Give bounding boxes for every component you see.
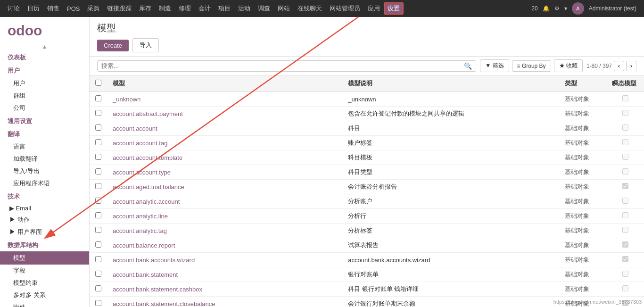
row-checkbox[interactable] bbox=[95, 110, 101, 116]
cell-description: 科目类型 bbox=[342, 165, 559, 180]
row-checkbox[interactable] bbox=[95, 95, 101, 101]
row-checkbox[interactable] bbox=[95, 154, 101, 160]
sidebar-item-dashboard[interactable]: 仪表板 bbox=[0, 51, 89, 64]
nav-item-链接跟踪[interactable]: 链接跟踪 bbox=[103, 2, 135, 15]
col-header-model[interactable]: 模型 bbox=[107, 75, 342, 92]
cell-description: 试算表报告 bbox=[342, 238, 559, 253]
cell-type: 基础对象 bbox=[559, 282, 606, 297]
cell-transient bbox=[606, 267, 644, 282]
nav-item-会计[interactable]: 会计 bbox=[195, 2, 215, 15]
sidebar-item-attachments[interactable]: 附件 bbox=[0, 301, 89, 307]
row-checkbox[interactable] bbox=[95, 183, 101, 189]
models-table: 模型 模型说明 类型 瞬态模型 _unknown_unknown基础对象acco… bbox=[90, 75, 644, 307]
table-row[interactable]: account.balance.report试算表报告基础对象 bbox=[90, 238, 644, 253]
nav-item-销售[interactable]: 销售 bbox=[43, 2, 63, 15]
odoo-logo: odoo bbox=[8, 23, 42, 38]
nav-item-调查[interactable]: 调查 bbox=[254, 2, 274, 15]
avatar[interactable]: A bbox=[572, 2, 584, 15]
col-header-transient: 瞬态模型 bbox=[606, 75, 644, 92]
cell-model-name: account.bank.statement bbox=[107, 267, 342, 282]
sidebar-item-model-constraints[interactable]: 模型约束 bbox=[0, 277, 89, 289]
pagination-info: 1-80 / 397 ‹ › bbox=[586, 61, 636, 71]
nav-item-设置[interactable]: 设置 bbox=[384, 2, 404, 15]
cell-description: 科目模板 bbox=[342, 150, 559, 165]
cell-model-name: account.account.template bbox=[107, 150, 342, 165]
cell-description: 分析账户 bbox=[342, 194, 559, 209]
row-checkbox[interactable] bbox=[95, 168, 101, 174]
sidebar-item-actions[interactable]: ▶ 动作 bbox=[0, 214, 89, 226]
nav-item-活动[interactable]: 活动 bbox=[234, 2, 254, 15]
sidebar-item-email[interactable]: ▶ Email bbox=[0, 203, 89, 214]
sidebar-item-model[interactable]: 模型 bbox=[0, 251, 89, 265]
next-page-button[interactable]: › bbox=[626, 61, 636, 71]
favorites-button[interactable]: ★ 收藏 bbox=[554, 59, 583, 72]
row-checkbox[interactable] bbox=[95, 271, 101, 277]
group-by-button[interactable]: ≡ Group By bbox=[512, 60, 551, 72]
create-button[interactable]: Create bbox=[97, 40, 129, 51]
row-checkbox[interactable] bbox=[95, 227, 101, 233]
table-row[interactable]: account.account.template科目模板基础对象 bbox=[90, 150, 644, 165]
cell-model-name: account.aged.trial.balance bbox=[107, 180, 342, 194]
sidebar-section-tech: 技术 bbox=[0, 190, 89, 203]
nav-item-制造[interactable]: 制造 bbox=[155, 2, 175, 15]
table-row[interactable]: account.bank.statement银行对账单基础对象 bbox=[90, 267, 644, 282]
import-button[interactable]: 导入 bbox=[132, 38, 159, 52]
sidebar-item-import-export[interactable]: 导入/导出 bbox=[0, 165, 89, 177]
row-checkbox[interactable] bbox=[95, 256, 101, 262]
row-checkbox[interactable] bbox=[95, 241, 101, 248]
nav-item-库存[interactable]: 库存 bbox=[135, 2, 155, 15]
nav-item-采购[interactable]: 采购 bbox=[83, 2, 103, 15]
notification-count[interactable]: 20 bbox=[531, 5, 537, 12]
nav-item-网站[interactable]: 网站 bbox=[274, 2, 294, 15]
row-checkbox[interactable] bbox=[95, 124, 101, 131]
row-checkbox[interactable] bbox=[95, 300, 101, 306]
nav-item-日历[interactable]: 日历 bbox=[24, 2, 43, 15]
nav-item-网站管理员[interactable]: 网站管理员 bbox=[326, 2, 364, 15]
table-row[interactable]: account.account科目基础对象 bbox=[90, 121, 644, 136]
filter-button[interactable]: ▼ 筛选 bbox=[480, 59, 509, 72]
prev-page-button[interactable]: ‹ bbox=[614, 61, 624, 71]
cell-type: 基础对象 bbox=[559, 297, 606, 307]
sidebar-item-load-translate[interactable]: 加载翻译 bbox=[0, 153, 89, 165]
more-icon: ▾ bbox=[564, 5, 567, 12]
table-row[interactable]: account.analytic.account分析账户基础对象 bbox=[90, 194, 644, 209]
nav-item-修理[interactable]: 修理 bbox=[175, 2, 195, 15]
sidebar-item-users[interactable]: 用户 bbox=[0, 77, 89, 90]
select-all-checkbox[interactable] bbox=[95, 80, 101, 86]
nav-item-在线聊天[interactable]: 在线聊天 bbox=[294, 2, 326, 15]
table-row[interactable]: _unknown_unknown基础对象 bbox=[90, 92, 644, 107]
table-row[interactable]: account.abstract.payment包含在允许登记付款的模块之间共享… bbox=[90, 107, 644, 121]
row-checkbox[interactable] bbox=[95, 285, 101, 291]
cell-transient bbox=[606, 150, 644, 165]
cell-type: 基础对象 bbox=[559, 136, 606, 150]
nav-item-项目[interactable]: 项目 bbox=[215, 2, 234, 15]
sidebar-item-company[interactable]: 公司 bbox=[0, 102, 89, 114]
transient-checkbox bbox=[622, 212, 628, 218]
table-row[interactable]: account.account.tag账户标签基础对象 bbox=[90, 136, 644, 150]
table-row[interactable]: account.bank.statement.cashbox科目 银行对账单 钱… bbox=[90, 282, 644, 297]
sidebar-item-app-terms[interactable]: 应用程序术语 bbox=[0, 177, 89, 190]
nav-item-应用[interactable]: 应用 bbox=[364, 2, 384, 15]
notification-icon: 🔔 bbox=[543, 5, 550, 12]
scroll-up-arrow[interactable]: ▲ bbox=[0, 42, 89, 51]
row-checkbox[interactable] bbox=[95, 212, 101, 218]
table-row[interactable]: account.analytic.tag分析标签基础对象 bbox=[90, 224, 644, 238]
sidebar-item-fields[interactable]: 字段 bbox=[0, 265, 89, 277]
cell-description: 会计银行对账单期末余额 bbox=[342, 297, 559, 307]
sidebar-item-language[interactable]: 语言 bbox=[0, 141, 89, 153]
row-checkbox[interactable] bbox=[95, 139, 101, 145]
sidebar-item-groups[interactable]: 群组 bbox=[0, 90, 89, 102]
table-row[interactable]: account.analytic.line分析行基础对象 bbox=[90, 209, 644, 224]
username[interactable]: Administrator (test) bbox=[589, 5, 636, 12]
search-input[interactable] bbox=[101, 62, 464, 69]
row-checkbox[interactable] bbox=[95, 198, 101, 204]
nav-item-讨论[interactable]: 讨论 bbox=[4, 2, 24, 15]
table-row[interactable]: account.aged.trial.balance会计账龄分析报告基础对象 bbox=[90, 180, 644, 194]
nav-item-POS[interactable]: POS bbox=[63, 3, 83, 14]
sidebar-item-ui[interactable]: ▶ 用户界面 bbox=[0, 226, 89, 238]
table-row[interactable]: account.bank.accounts.wizardaccount.bank… bbox=[90, 253, 644, 267]
content-header: 模型 Create 导入 bbox=[90, 17, 644, 57]
sidebar-item-m2m[interactable]: 多对多 关系 bbox=[0, 289, 89, 301]
table-row[interactable]: account.bank.statement.closebalance会计银行对… bbox=[90, 297, 644, 307]
table-row[interactable]: account.account.type科目类型基础对象 bbox=[90, 165, 644, 180]
